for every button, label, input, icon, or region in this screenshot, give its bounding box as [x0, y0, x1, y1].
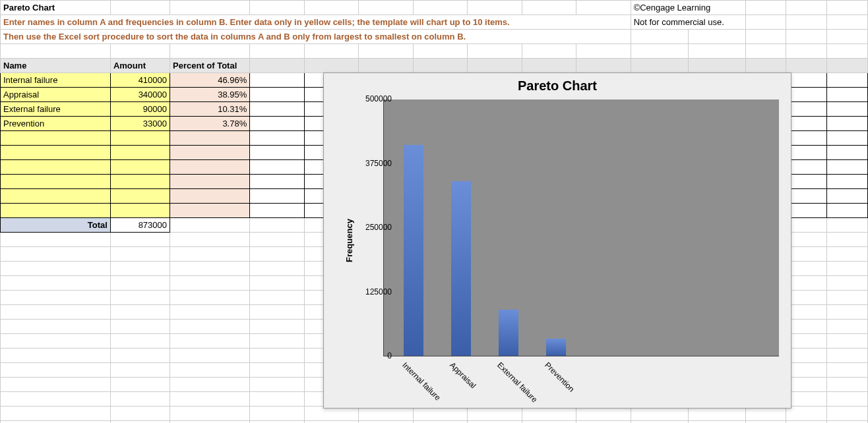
cell-name[interactable] — [1, 175, 111, 189]
cell-name[interactable] — [1, 131, 111, 146]
col-header-name: Name — [1, 59, 111, 73]
pareto-chart[interactable]: Pareto Chart Frequency 01250002500003750… — [323, 72, 791, 409]
cell-pct — [170, 175, 250, 189]
chart-ytick: 250000 — [352, 223, 392, 232]
chart-xlabel: External failure — [495, 360, 540, 405]
cell-name[interactable]: Appraisal — [1, 88, 111, 102]
cell-pct: 10.31% — [170, 102, 250, 117]
col-header-amount: Amount — [110, 59, 170, 73]
chart-xlabel: Internal failure — [400, 360, 443, 403]
col-header-pct: Percent of Total — [170, 59, 250, 73]
cell-pct: 38.95% — [170, 88, 250, 102]
cell-name[interactable]: Internal failure — [1, 73, 111, 88]
cell-amount[interactable]: 33000 — [110, 117, 170, 131]
cell-pct — [170, 146, 250, 160]
cell-amount[interactable] — [110, 175, 170, 189]
cell-amount[interactable]: 410000 — [110, 73, 170, 88]
chart-ytick: 0 — [352, 351, 392, 360]
chart-ytick: 375000 — [352, 159, 392, 168]
cell-name[interactable] — [1, 189, 111, 204]
commercial-notice: Not for commercial use. — [631, 15, 745, 30]
cell-pct — [170, 131, 250, 146]
cell-amount[interactable] — [110, 160, 170, 175]
chart-xlabel: Appraisal — [448, 360, 478, 390]
chart-bar — [546, 339, 566, 356]
chart-xlabel: Prevention — [543, 360, 576, 393]
cell-amount[interactable]: 340000 — [110, 88, 170, 102]
total-amount: 873000 — [110, 218, 170, 233]
cell-amount[interactable] — [110, 189, 170, 204]
chart-bar — [451, 181, 471, 356]
cell-name[interactable] — [1, 204, 111, 218]
cell-pct: 46.96% — [170, 73, 250, 88]
cell-amount[interactable] — [110, 146, 170, 160]
copyright-text: ©Cengage Learning — [631, 1, 745, 15]
cell-pct — [170, 189, 250, 204]
page-title: Pareto Chart — [1, 1, 111, 15]
chart-plot-area — [383, 99, 779, 356]
cell-amount[interactable]: 90000 — [110, 102, 170, 117]
cell-name[interactable] — [1, 146, 111, 160]
cell-name[interactable] — [1, 160, 111, 175]
chart-bar — [404, 145, 423, 356]
cell-name[interactable]: Prevention — [1, 117, 111, 131]
instruction-2: Then use the Excel sort procedure to sor… — [1, 30, 631, 44]
total-label: Total — [1, 218, 111, 233]
cell-pct — [170, 160, 250, 175]
cell-pct: 3.78% — [170, 117, 250, 131]
chart-bar — [499, 310, 518, 356]
cell-pct — [170, 204, 250, 218]
cell-name[interactable]: External failure — [1, 102, 111, 117]
chart-ytick: 125000 — [352, 287, 392, 296]
chart-title: Pareto Chart — [324, 78, 791, 94]
cell-amount[interactable] — [110, 131, 170, 146]
cell-amount[interactable] — [110, 204, 170, 218]
instruction-1: Enter names in column A and frequencies … — [1, 15, 631, 30]
chart-ytick: 500000 — [352, 94, 392, 103]
